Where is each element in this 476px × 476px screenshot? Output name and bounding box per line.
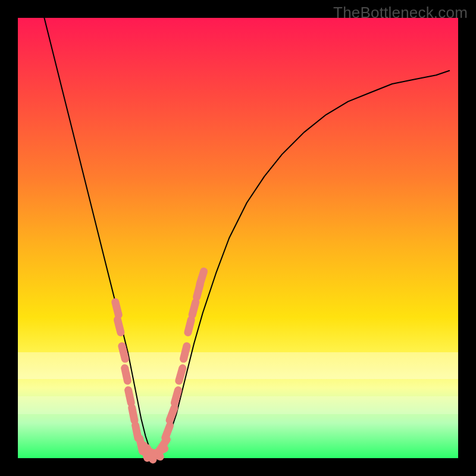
curve-marker (118, 320, 121, 332)
chart-frame: TheBottleneck.com (0, 0, 476, 476)
curve-marker (125, 368, 128, 381)
plot-area (18, 18, 458, 458)
curve-marker (122, 346, 125, 359)
curve-marker (115, 302, 118, 315)
chart-svg (18, 18, 458, 458)
curve-marker (184, 346, 187, 359)
curve-marker (170, 408, 174, 421)
bottleneck-curve-line (44, 18, 449, 454)
curve-marker (129, 390, 131, 403)
curve-marker (132, 408, 134, 421)
curve-marker (174, 390, 178, 403)
curve-marker (188, 320, 191, 332)
curve-markers-group (115, 271, 204, 459)
curve-marker (179, 368, 183, 381)
curve-marker (165, 425, 170, 438)
watermark-text: TheBottleneck.com (333, 4, 468, 22)
curve-marker (200, 271, 204, 284)
curve-marker (192, 302, 196, 315)
